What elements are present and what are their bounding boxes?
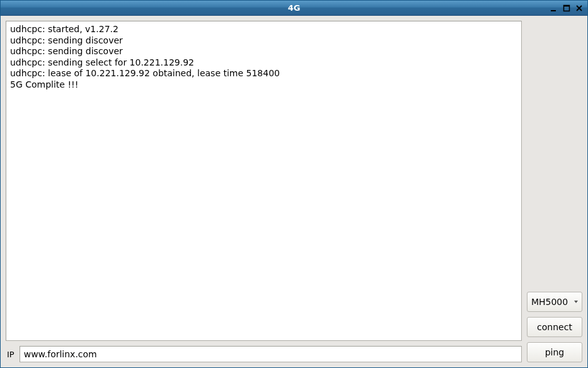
right-pane: MH5000 connect ping xyxy=(527,21,582,362)
close-icon xyxy=(575,4,583,12)
maximize-button[interactable] xyxy=(561,3,572,13)
ping-button[interactable]: ping xyxy=(527,342,582,362)
connect-button-label: connect xyxy=(537,322,572,332)
module-select-value: MH5000 xyxy=(531,297,568,307)
chevron-down-icon xyxy=(574,301,578,303)
left-pane: udhcpc: started, v1.27.2 udhcpc: sending… xyxy=(6,21,522,362)
window-controls xyxy=(548,1,585,15)
ip-input[interactable] xyxy=(20,346,522,362)
module-select[interactable]: MH5000 xyxy=(527,292,582,312)
ip-label: IP xyxy=(6,350,16,359)
minimize-button[interactable] xyxy=(548,3,560,13)
minimize-icon xyxy=(550,4,558,12)
ip-row: IP xyxy=(6,346,522,362)
log-output[interactable]: udhcpc: started, v1.27.2 udhcpc: sending… xyxy=(6,21,522,341)
app-window: 4G udhcpc: started, v1.27.2 udhcpc: send… xyxy=(0,0,588,368)
ping-button-label: ping xyxy=(545,347,565,357)
maximize-icon xyxy=(563,4,570,12)
client-area: udhcpc: started, v1.27.2 udhcpc: sending… xyxy=(1,16,587,367)
svg-rect-0 xyxy=(551,10,556,11)
titlebar: 4G xyxy=(1,1,587,16)
window-title: 4G xyxy=(288,3,301,13)
connect-button[interactable]: connect xyxy=(527,317,582,337)
close-button[interactable] xyxy=(574,3,585,13)
